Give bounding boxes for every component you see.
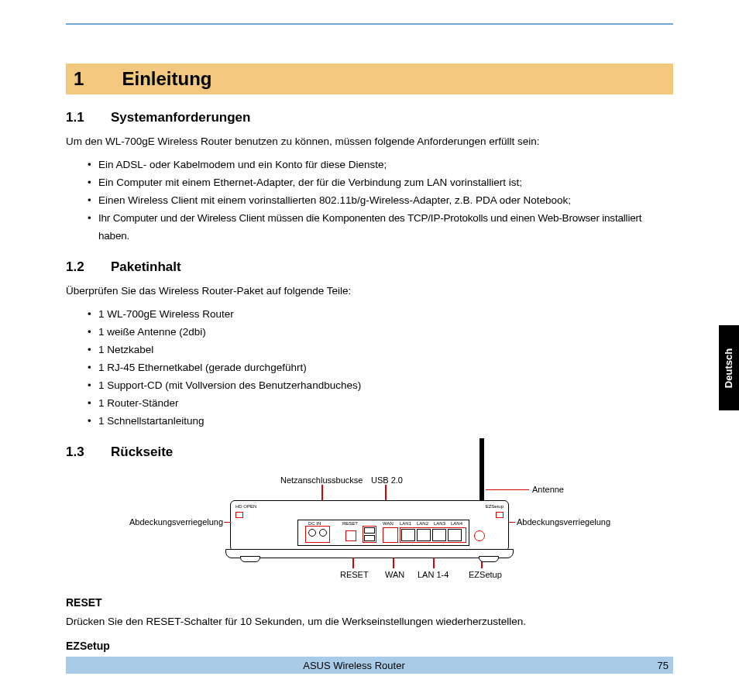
list-item: Einen Wireless Client mit einem vorinsta… — [88, 192, 673, 210]
label-cover-left: Abdeckungsverriegelung — [129, 517, 223, 527]
reset-text: Drücken Sie den RESET-Schalter für 10 Se… — [66, 615, 673, 629]
lan-port — [432, 529, 446, 541]
label-ezsetup: EZSetup — [469, 570, 502, 579]
tiny-ez: EZSetup — [486, 504, 504, 509]
ezsetup-button — [474, 530, 485, 541]
usb-slot — [364, 527, 375, 534]
list-item: 1 Schnellstartanleitung — [88, 413, 673, 431]
top-rule — [66, 23, 673, 25]
section-1-2-intro: Überprüfen Sie das Wireless Router-Paket… — [66, 284, 673, 298]
section-number: 1.2 — [66, 259, 111, 275]
tiny-dcin: DC IN — [308, 521, 321, 526]
lan-port — [448, 529, 462, 541]
label-wan: WAN — [385, 570, 404, 579]
tiny-reset: RESET — [342, 521, 358, 526]
dc-jack-icon — [319, 529, 327, 537]
cover-lock-left — [235, 512, 243, 518]
ezsetup-heading: EZSetup — [66, 640, 673, 652]
footer-bar: ASUS Wireless Router 75 — [66, 657, 673, 674]
label-antenna: Antenne — [532, 485, 564, 494]
router-foot — [479, 556, 499, 562]
chapter-heading: 1 Einleitung — [66, 63, 673, 94]
tiny-lan2: LAN2 — [417, 521, 428, 526]
list-item: 1 weiße Antenne (2dbi) — [88, 324, 673, 341]
label-reset: RESET — [340, 570, 369, 579]
list-item: Ihr Computer und der Wireless Client müs… — [88, 210, 673, 245]
language-label: Deutsch — [724, 348, 735, 387]
usb-slot — [364, 535, 375, 541]
rear-panel-diagram: Netzanschlussbuckse USB 2.0 Antenne Abde… — [129, 469, 610, 585]
section-title: Rückseite — [111, 444, 173, 459]
lan-port — [417, 529, 431, 541]
router-foot — [240, 556, 260, 562]
wan-port — [383, 527, 398, 543]
tiny-wan: WAN — [383, 521, 394, 526]
reset-heading: RESET — [66, 596, 673, 609]
chapter-title: Einleitung — [122, 68, 211, 89]
label-usb: USB 2.0 — [371, 475, 403, 485]
section-title: Paketinhalt — [111, 259, 181, 274]
package-list: 1 WL-700gE Wireless Router 1 weiße Anten… — [66, 306, 673, 431]
section-number: 1.1 — [66, 110, 111, 125]
tiny-hd-open: HD OPEN — [235, 504, 256, 509]
leader-line — [486, 489, 529, 491]
label-cover-right: Abdeckungsverriegelung — [517, 517, 610, 527]
section-1-3-heading: 1.3Rückseite — [66, 444, 673, 460]
tiny-lan1: LAN1 — [400, 521, 411, 526]
section-1-2-heading: 1.2Paketinhalt — [66, 259, 673, 275]
section-number: 1.3 — [66, 444, 111, 460]
list-item: Ein Computer mit einem Ethernet-Adapter,… — [88, 174, 673, 192]
list-item: 1 Router-Ständer — [88, 395, 673, 413]
label-power: Netzanschlussbuckse — [280, 475, 363, 485]
tiny-lan3: LAN3 — [434, 521, 445, 526]
section-title: Systemanforderungen — [111, 110, 250, 125]
footer-title: ASUS Wireless Router — [66, 660, 642, 671]
tiny-lan4: LAN4 — [451, 521, 462, 526]
footer-page-number: 75 — [642, 660, 673, 671]
list-item: 1 WL-700gE Wireless Router — [88, 306, 673, 324]
label-lan: LAN 1-4 — [418, 570, 449, 579]
language-tab: Deutsch — [719, 325, 739, 410]
section-1-1-intro: Um den WL-700gE Wireless Router benutzen… — [66, 135, 673, 149]
antenna-icon — [479, 438, 484, 505]
lan-port — [401, 529, 415, 541]
chapter-number: 1 — [74, 68, 119, 90]
section-1-1-heading: 1.1Systemanforderungen — [66, 110, 673, 125]
list-item: Ein ADSL- oder Kabelmodem und ein Konto … — [88, 156, 673, 174]
router-body: HD OPEN DC IN RESET WAN LAN1 LAN2 LAN3 L… — [230, 500, 509, 551]
list-item: 1 RJ-45 Ethernetkabel (gerade durchgefüh… — [88, 359, 673, 377]
list-item: 1 Netzkabel — [88, 341, 673, 359]
cover-lock-right — [496, 512, 504, 518]
list-item: 1 Support-CD (mit Vollversion des Benutz… — [88, 377, 673, 395]
requirements-list: Ein ADSL- oder Kabelmodem und ein Konto … — [66, 156, 673, 245]
dc-jack-icon — [308, 529, 316, 537]
reset-button — [345, 530, 356, 541]
router-base — [225, 549, 514, 558]
